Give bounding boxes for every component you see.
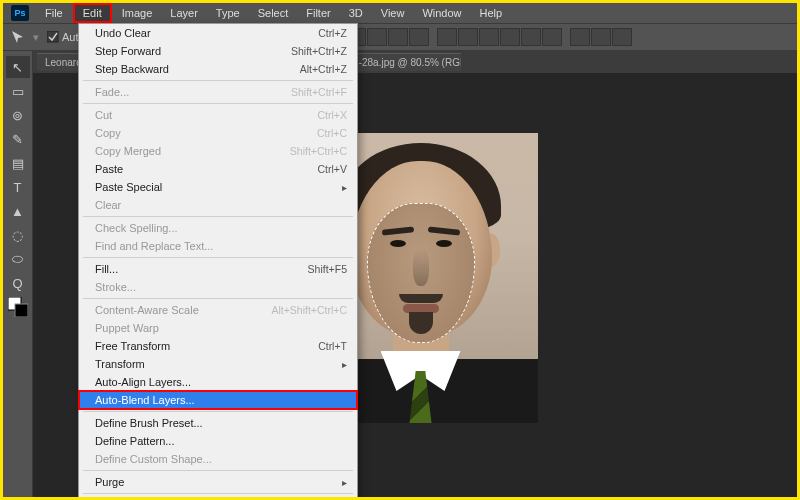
menu-type[interactable]: Type bbox=[208, 5, 248, 21]
tool-lasso[interactable]: ⊚ bbox=[6, 104, 30, 126]
menu-item-auto-align-layers[interactable]: Auto-Align Layers... bbox=[79, 373, 357, 391]
menu-item-label: Content-Aware Scale bbox=[95, 304, 199, 316]
tool-type[interactable]: T bbox=[6, 176, 30, 198]
menu-filter[interactable]: Filter bbox=[298, 5, 338, 21]
tool-move[interactable]: ↖ bbox=[6, 56, 30, 78]
menu-item-step-forward[interactable]: Step ForwardShift+Ctrl+Z bbox=[79, 42, 357, 60]
menu-item-label: Copy bbox=[95, 127, 121, 139]
menu-item-label: Define Brush Preset... bbox=[95, 417, 203, 429]
mode-btn-2[interactable] bbox=[591, 28, 611, 46]
menu-item-check-spelling: Check Spelling... bbox=[79, 219, 357, 237]
menu-item-label: Paste bbox=[95, 163, 123, 175]
menu-edit[interactable]: Edit bbox=[73, 3, 112, 23]
color-swatches[interactable] bbox=[6, 296, 30, 318]
tool-ellipse[interactable]: ◌ bbox=[6, 224, 30, 246]
menu-item-adobe-pdf-presets[interactable]: Adobe PDF Presets... bbox=[79, 496, 357, 500]
submenu-arrow-icon: ▸ bbox=[342, 182, 347, 193]
dist-btn-2[interactable] bbox=[458, 28, 478, 46]
menu-item-label: Paste Special bbox=[95, 181, 162, 193]
menu-item-define-brush-preset[interactable]: Define Brush Preset... bbox=[79, 414, 357, 432]
menu-item-shortcut: Shift+Ctrl+F bbox=[291, 86, 347, 98]
menu-item-define-pattern[interactable]: Define Pattern... bbox=[79, 432, 357, 450]
menu-item-label: Stroke... bbox=[95, 281, 136, 293]
menu-item-label: Step Forward bbox=[95, 45, 161, 57]
dist-btn-4[interactable] bbox=[500, 28, 520, 46]
dist-btn-1[interactable] bbox=[437, 28, 457, 46]
menu-separator bbox=[83, 411, 353, 412]
menu-item-fill[interactable]: Fill...Shift+F5 bbox=[79, 260, 357, 278]
menu-file[interactable]: File bbox=[37, 5, 71, 21]
menu-view[interactable]: View bbox=[373, 5, 413, 21]
menu-item-label: Auto-Align Layers... bbox=[95, 376, 191, 388]
dist-btn-6[interactable] bbox=[542, 28, 562, 46]
menu-item-label: Free Transform bbox=[95, 340, 170, 352]
menu-item-label: Fade... bbox=[95, 86, 129, 98]
menu-item-step-backward[interactable]: Step BackwardAlt+Ctrl+Z bbox=[79, 60, 357, 78]
menu-item-label: Step Backward bbox=[95, 63, 169, 75]
menu-item-label: Copy Merged bbox=[95, 145, 161, 157]
menu-help[interactable]: Help bbox=[472, 5, 511, 21]
align-btn-6[interactable] bbox=[409, 28, 429, 46]
align-btn-4[interactable] bbox=[367, 28, 387, 46]
menu-item-shortcut: Shift+Ctrl+Z bbox=[291, 45, 347, 57]
tool-shape[interactable]: ▲ bbox=[6, 200, 30, 222]
tool-brush[interactable]: ✎ bbox=[6, 128, 30, 150]
menu-item-clear: Clear bbox=[79, 196, 357, 214]
menu-image[interactable]: Image bbox=[114, 5, 161, 21]
menu-separator bbox=[83, 216, 353, 217]
menu-separator bbox=[83, 257, 353, 258]
mode-buttons bbox=[570, 28, 632, 46]
submenu-arrow-icon: ▸ bbox=[342, 477, 347, 488]
menu-item-label: Puppet Warp bbox=[95, 322, 159, 334]
menu-item-shortcut: Ctrl+Z bbox=[318, 27, 347, 39]
menu-item-undo-clear[interactable]: Undo ClearCtrl+Z bbox=[79, 24, 357, 42]
menu-item-free-transform[interactable]: Free TransformCtrl+T bbox=[79, 337, 357, 355]
menu-item-label: Define Custom Shape... bbox=[95, 453, 212, 465]
mode-btn-3[interactable] bbox=[612, 28, 632, 46]
menu-item-shortcut: Ctrl+V bbox=[318, 163, 347, 175]
menu-separator bbox=[83, 493, 353, 494]
dist-btn-3[interactable] bbox=[479, 28, 499, 46]
menu-item-define-custom-shape: Define Custom Shape... bbox=[79, 450, 357, 468]
menu-item-puppet-warp: Puppet Warp bbox=[79, 319, 357, 337]
menu-item-label: Purge bbox=[95, 476, 124, 488]
menu-item-shortcut: Ctrl+X bbox=[318, 109, 347, 121]
menu-item-content-aware-scale: Content-Aware ScaleAlt+Shift+Ctrl+C bbox=[79, 301, 357, 319]
photoshop-app: Ps File Edit Image Layer Type Select Fil… bbox=[3, 3, 797, 497]
menu-item-label: Find and Replace Text... bbox=[95, 240, 213, 252]
menu-item-shortcut: Ctrl+T bbox=[318, 340, 347, 352]
menu-separator bbox=[83, 103, 353, 104]
menu-item-copy-merged: Copy MergedShift+Ctrl+C bbox=[79, 142, 357, 160]
menu-separator bbox=[83, 80, 353, 81]
menu-separator bbox=[83, 470, 353, 471]
menu-3d[interactable]: 3D bbox=[341, 5, 371, 21]
menu-layer[interactable]: Layer bbox=[162, 5, 206, 21]
menu-item-shortcut: Ctrl+C bbox=[317, 127, 347, 139]
tool-gradient[interactable]: ▤ bbox=[6, 152, 30, 174]
menu-item-cut: CutCtrl+X bbox=[79, 106, 357, 124]
mode-btn-1[interactable] bbox=[570, 28, 590, 46]
align-btn-5[interactable] bbox=[388, 28, 408, 46]
menu-item-copy: CopyCtrl+C bbox=[79, 124, 357, 142]
tool-quickmask[interactable]: Q bbox=[6, 272, 30, 294]
menu-item-label: Auto-Blend Layers... bbox=[95, 394, 195, 406]
menu-item-purge[interactable]: Purge▸ bbox=[79, 473, 357, 491]
tool-marquee[interactable]: ▭ bbox=[6, 80, 30, 102]
menu-item-paste-special[interactable]: Paste Special▸ bbox=[79, 178, 357, 196]
menu-item-label: Undo Clear bbox=[95, 27, 151, 39]
menu-separator bbox=[83, 298, 353, 299]
menu-item-label: Fill... bbox=[95, 263, 118, 275]
menubar: Ps File Edit Image Layer Type Select Fil… bbox=[3, 3, 797, 23]
menu-item-paste[interactable]: PasteCtrl+V bbox=[79, 160, 357, 178]
menu-item-auto-blend-layers[interactable]: Auto-Blend Layers... bbox=[79, 391, 357, 409]
menu-select[interactable]: Select bbox=[250, 5, 297, 21]
menu-window[interactable]: Window bbox=[414, 5, 469, 21]
menu-item-label: Define Pattern... bbox=[95, 435, 175, 447]
dist-btn-5[interactable] bbox=[521, 28, 541, 46]
menu-item-transform[interactable]: Transform▸ bbox=[79, 355, 357, 373]
menu-item-label: Check Spelling... bbox=[95, 222, 178, 234]
menu-item-shortcut: Shift+Ctrl+C bbox=[290, 145, 347, 157]
toolbox: ↖ ▭ ⊚ ✎ ▤ T ▲ ◌ ⬭ Q bbox=[3, 51, 33, 497]
tool-hand[interactable]: ⬭ bbox=[6, 248, 30, 270]
menu-item-label: Transform bbox=[95, 358, 145, 370]
